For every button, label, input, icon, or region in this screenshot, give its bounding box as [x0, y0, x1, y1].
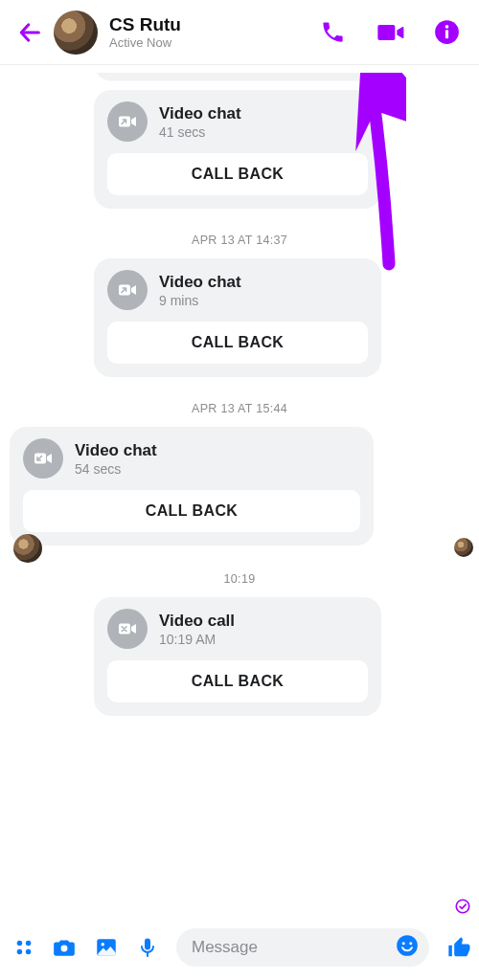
header-icons — [320, 17, 466, 48]
back-button[interactable] — [13, 16, 46, 49]
message-partial — [0, 73, 479, 84]
sender-avatar[interactable] — [13, 534, 42, 563]
call-bubble: Video chat 54 secs CALL BACK — [10, 427, 374, 546]
more-actions-icon[interactable] — [13, 937, 34, 958]
svg-point-14 — [61, 946, 68, 952]
composer-bar — [0, 921, 479, 980]
voice-call-icon[interactable] — [320, 19, 346, 45]
delivered-icon — [454, 898, 471, 919]
svg-rect-2 — [445, 30, 448, 38]
call-duration: 54 secs — [75, 461, 157, 477]
info-icon[interactable] — [434, 19, 460, 45]
svg-point-3 — [445, 25, 449, 29]
contact-presence: Active Now — [109, 35, 320, 50]
svg-point-12 — [17, 949, 23, 955]
message-input-wrap[interactable] — [176, 928, 429, 967]
svg-point-11 — [26, 941, 32, 947]
mic-icon[interactable] — [136, 936, 159, 959]
svg-point-13 — [26, 949, 32, 955]
timestamp: APR 13 AT 14:37 — [0, 234, 479, 247]
emoji-icon[interactable] — [395, 933, 420, 962]
message-item: Video call 10:19 AM CALL BACK — [0, 597, 479, 716]
svg-point-21 — [409, 942, 412, 945]
call-title: Video chat — [159, 273, 241, 292]
svg-point-19 — [397, 935, 418, 956]
video-outgoing-icon — [107, 270, 148, 310]
svg-point-16 — [101, 943, 103, 946]
svg-point-10 — [17, 941, 23, 947]
call-back-button[interactable]: CALL BACK — [107, 153, 368, 195]
video-call-icon[interactable] — [375, 17, 405, 48]
conversation-header: CS Rutu Active Now — [0, 0, 479, 65]
call-back-button[interactable]: CALL BACK — [107, 322, 368, 364]
call-bubble: Video chat 9 mins CALL BACK — [94, 258, 381, 377]
message-item: Video chat 9 mins CALL BACK — [0, 258, 479, 377]
call-back-button[interactable]: CALL BACK — [107, 660, 368, 702]
message-input[interactable] — [192, 938, 395, 957]
thumbs-up-icon[interactable] — [446, 934, 473, 961]
call-time: 10:19 AM — [159, 632, 235, 647]
camera-icon[interactable] — [52, 935, 77, 960]
svg-point-20 — [402, 942, 405, 945]
call-bubble: Video chat 41 secs CALL BACK — [94, 90, 381, 209]
call-title: Video call — [159, 612, 235, 631]
timestamp: 10:19 — [0, 572, 479, 586]
video-missed-icon — [107, 609, 148, 649]
contact-name: CS Rutu — [109, 14, 320, 35]
call-bubble: Video call 10:19 AM CALL BACK — [94, 597, 381, 716]
message-item: Video chat 54 secs CALL BACK — [0, 427, 479, 546]
call-back-button[interactable]: CALL BACK — [23, 490, 360, 532]
svg-point-9 — [456, 900, 469, 913]
gallery-icon[interactable] — [94, 935, 119, 960]
call-title: Video chat — [75, 441, 157, 460]
seen-avatar — [454, 538, 473, 557]
call-title: Video chat — [159, 104, 241, 123]
timestamp: APR 13 AT 15:44 — [0, 402, 479, 415]
svg-rect-17 — [145, 939, 150, 950]
chat-scroll[interactable]: Video chat 41 secs CALL BACK APR 13 AT 1… — [0, 65, 479, 921]
video-outgoing-icon — [107, 101, 148, 142]
video-incoming-icon — [23, 438, 63, 479]
call-duration: 9 mins — [159, 293, 241, 308]
message-item: Video chat 41 secs CALL BACK — [0, 90, 479, 209]
call-duration: 41 secs — [159, 124, 241, 140]
contact-avatar[interactable] — [54, 11, 98, 55]
contact-name-block[interactable]: CS Rutu Active Now — [109, 14, 320, 51]
